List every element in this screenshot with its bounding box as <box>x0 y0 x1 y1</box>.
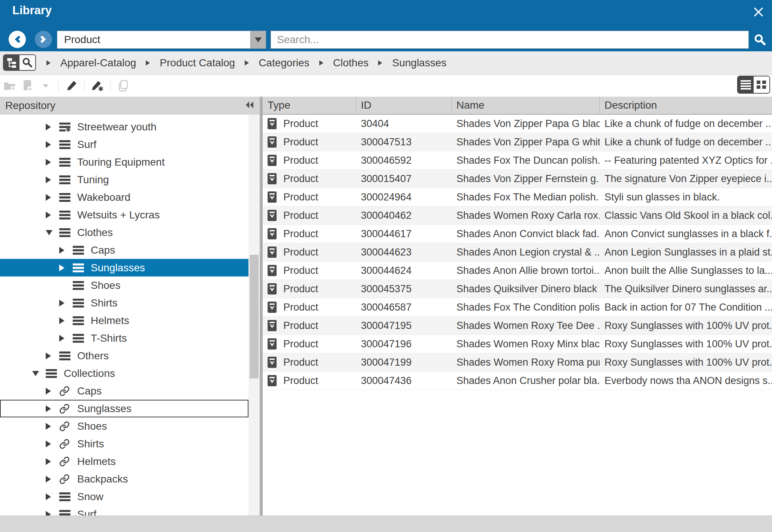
table-row[interactable]: Product300040462Shades Women Roxy Carla … <box>263 206 772 225</box>
tree-item-t-shirts[interactable]: T-Shirts <box>0 329 248 347</box>
tree-item-helmets[interactable]: Helmets <box>0 453 248 470</box>
cell-id: 30404 <box>356 118 452 130</box>
close-button[interactable] <box>751 4 766 19</box>
table-row[interactable]: Product300047199Shades Women Roxy Roma p… <box>263 353 772 372</box>
panel-splitter[interactable] <box>260 97 263 516</box>
tree-item-backpacks[interactable]: Backpacks <box>0 470 248 488</box>
table-row[interactable]: Product300044617Shades Anon Convict blac… <box>263 225 772 243</box>
table-row[interactable]: Product300024964Shades Fox The Median po… <box>263 188 772 206</box>
breadcrumb-item-clothes[interactable]: Clothes <box>333 57 369 69</box>
category-icon <box>59 209 71 221</box>
expander-collapsed-icon[interactable] <box>59 265 68 271</box>
expander-collapsed-icon[interactable] <box>46 194 55 201</box>
tree-item-caps[interactable]: Caps <box>0 382 248 400</box>
table-row[interactable]: Product300015407Shades Von Zipper Fernst… <box>263 170 772 188</box>
type-filter-arrow-button[interactable] <box>250 31 266 48</box>
tree-item-sunglasses[interactable]: Sunglasses <box>0 259 248 276</box>
tree-item-shirts[interactable]: Shirts <box>0 294 248 312</box>
expander-collapsed-icon[interactable] <box>59 335 68 342</box>
forward-button[interactable] <box>35 31 52 48</box>
library-window: Library Product <box>0 0 772 532</box>
table-row[interactable]: Product30404Shades Von Zipper Papa G bla… <box>263 115 772 133</box>
edit-button[interactable] <box>63 76 81 95</box>
expander-collapsed-icon[interactable] <box>46 423 55 430</box>
new-content-menu-button[interactable] <box>37 76 55 95</box>
tree-item-sunglasses[interactable]: Sunglasses <box>0 400 248 417</box>
tree-item-wakeboard[interactable]: Wakeboard <box>0 188 248 206</box>
table-row[interactable]: Product300047196Shades Women Roxy Minx b… <box>263 335 772 353</box>
search-input[interactable] <box>271 31 749 49</box>
table-row[interactable]: Product300047513Shades Von Zipper Papa G… <box>263 133 772 151</box>
breadcrumb-item-apparel-catalog[interactable]: Apparel-Catalog <box>60 57 136 69</box>
tree-item-surf[interactable]: Surf <box>0 136 248 153</box>
expander-collapsed-icon[interactable] <box>59 317 68 324</box>
tree-item-helmets[interactable]: Helmets <box>0 312 248 329</box>
tree-item-clothes[interactable]: Clothes <box>0 224 248 241</box>
expander-collapsed-icon[interactable] <box>46 405 55 412</box>
expander-collapsed-icon[interactable] <box>59 300 68 306</box>
collapse-panel-button[interactable] <box>245 101 254 111</box>
expander-collapsed-icon[interactable] <box>46 141 55 148</box>
expander-collapsed-icon[interactable] <box>46 176 55 183</box>
tree-scrollbar-thumb[interactable] <box>250 255 259 378</box>
expander-expanded-icon[interactable] <box>46 230 55 235</box>
column-header-name[interactable]: Name <box>452 97 600 114</box>
table-row[interactable]: Product300046587Shades Fox The Condition… <box>263 298 772 317</box>
tree-item-shirts[interactable]: Shirts <box>0 435 248 453</box>
column-header-id[interactable]: ID <box>356 97 452 114</box>
tree-item-tuning[interactable]: Tuning <box>0 171 248 188</box>
expander-expanded-icon[interactable] <box>32 371 41 376</box>
create-and-edit-button[interactable] <box>88 76 106 95</box>
tree-item-shoes[interactable]: Shoes <box>0 276 248 294</box>
cell-description: Like a chunk of fudge on december ... <box>600 136 772 148</box>
column-header-description[interactable]: Description <box>600 97 772 114</box>
list-view-button[interactable] <box>738 76 754 93</box>
expander-collapsed-icon[interactable] <box>59 247 68 254</box>
tree-item-shoes[interactable]: Shoes <box>0 417 248 435</box>
table-row[interactable]: Product300044623Shades Anon Legion cryst… <box>263 243 772 262</box>
breadcrumb-item-product-catalog[interactable]: Product Catalog <box>160 57 235 69</box>
search-button[interactable] <box>752 32 768 47</box>
tree-item-caps[interactable]: Caps <box>0 241 248 259</box>
expander-collapsed-icon[interactable] <box>46 493 55 500</box>
tree-item-surf[interactable]: Surf <box>0 505 248 516</box>
tree-scrollbar[interactable] <box>248 115 260 516</box>
copy-button[interactable] <box>114 76 132 95</box>
table-row[interactable]: Product300047195Shades Women Roxy Tee De… <box>263 317 772 335</box>
breadcrumb-item-categories[interactable]: Categories <box>259 57 309 69</box>
expander-collapsed-icon[interactable] <box>46 476 55 483</box>
back-button[interactable] <box>9 31 26 48</box>
expander-collapsed-icon[interactable] <box>46 353 55 359</box>
tree-item-collections[interactable]: Collections <box>0 365 248 382</box>
expander-collapsed-icon[interactable] <box>46 458 55 465</box>
table-row[interactable]: Product300044624Shades Anon Allie brown … <box>263 262 772 280</box>
table-header-row: TypeIDNameDescription <box>263 97 772 115</box>
expander-collapsed-icon[interactable] <box>46 441 55 447</box>
tree-view-toggle[interactable] <box>4 55 19 70</box>
type-filter-dropdown[interactable]: Product <box>57 31 266 49</box>
category-icon <box>73 315 85 326</box>
expander-collapsed-icon[interactable] <box>46 388 55 395</box>
table-row[interactable]: Product300047436Shades Anon Crusher pola… <box>263 372 772 390</box>
new-content-button[interactable] <box>19 76 37 95</box>
new-folder-button[interactable] <box>1 76 19 95</box>
tree-item-touring-equipment[interactable]: Touring Equipment <box>0 153 248 171</box>
grid-icon <box>757 80 766 89</box>
table-row[interactable]: Product300045375Shades Quiksilver Dinero… <box>263 280 772 298</box>
search-view-toggle[interactable] <box>19 55 35 70</box>
expander-collapsed-icon[interactable] <box>46 511 55 516</box>
expander-collapsed-icon[interactable] <box>46 159 55 166</box>
grid-view-button[interactable] <box>754 76 769 93</box>
cell-description: Anon Legion Sunglasses in a plaid st... <box>600 247 772 258</box>
expander-collapsed-icon[interactable] <box>46 212 55 218</box>
tree-item-others[interactable]: Others <box>0 347 248 365</box>
cell-type: Product <box>263 228 356 240</box>
column-header-type[interactable]: Type <box>263 97 356 114</box>
tree-item-streetwear-youth[interactable]: Streetwear youth <box>0 118 248 136</box>
tree-item-snow[interactable]: Snow <box>0 488 248 505</box>
table-row[interactable]: Product300046592Shades Fox The Duncan po… <box>263 151 772 170</box>
expander-collapsed-icon[interactable] <box>46 124 55 130</box>
breadcrumb-item-sunglasses[interactable]: Sunglasses <box>392 57 446 69</box>
tree-item-wetsuits-lycras[interactable]: Wetsuits + Lycras <box>0 206 248 224</box>
tree-item-label: Shirts <box>77 438 104 450</box>
